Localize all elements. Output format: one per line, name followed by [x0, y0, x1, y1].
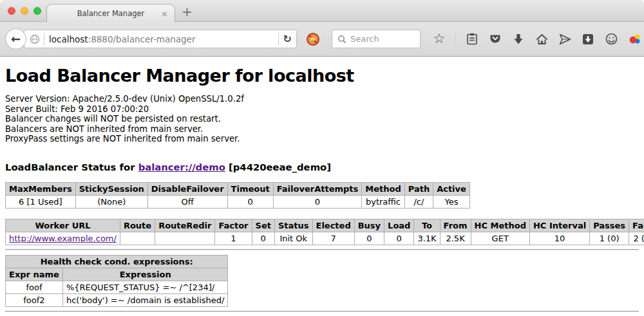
browser-window: Balancer Manager × + ← localhost:8880/ba…	[0, 0, 644, 316]
cell-failoverattempts: 0	[273, 195, 362, 208]
col-stickysession: StickySession	[75, 182, 147, 195]
minimize-window-button[interactable]	[21, 7, 28, 15]
health-check-table: Health check cond. expressions: Expr nam…	[5, 255, 228, 307]
cell-timeout: 0	[227, 195, 273, 208]
cell-fails: 2 (0)	[629, 232, 644, 245]
cell-load: 0	[384, 232, 414, 245]
toolbar-icons: ☆	[432, 32, 644, 46]
cell-hc-interval: 10	[529, 232, 589, 245]
worker-url-link[interactable]: http://www.example.com/	[9, 234, 117, 243]
table-row: 6 [1 Used] (None) Off 0 0 bytraffic /c/ …	[6, 195, 470, 208]
cell-worker-url: http://www.example.com/	[6, 232, 120, 245]
url-host: localhost	[49, 34, 88, 44]
back-button[interactable]: ←	[5, 28, 26, 50]
cell-expression: %{REQUEST_STATUS} =~ /^[234]/	[62, 281, 228, 293]
cell-factor: 1	[215, 232, 252, 245]
server-built-line: Server Built: Feb 9 2016 07:00:20	[5, 104, 639, 115]
col-routeredir: RouteRedir	[155, 219, 215, 232]
navigation-toolbar: ← localhost:8880/balancer-manager ↻	[0, 22, 644, 57]
cell-expr-name: foof2	[6, 293, 63, 306]
bookmarks-clipboard-icon[interactable]	[465, 32, 479, 46]
status-prefix: LoadBalancer Status for	[5, 162, 138, 172]
urlbar-divider	[44, 33, 44, 46]
search-bar[interactable]	[332, 30, 421, 48]
col-timeout: Timeout	[227, 182, 273, 195]
new-tab-button[interactable]: +	[182, 4, 193, 19]
send-plane-icon[interactable]	[558, 32, 572, 46]
col-elected: Elected	[312, 219, 354, 232]
download-box-icon[interactable]	[581, 32, 595, 46]
back-icon: ←	[11, 32, 21, 46]
col-active: Active	[433, 182, 470, 195]
col-worker-url: Worker URL	[6, 219, 120, 232]
smiley-feedback-icon[interactable]	[604, 32, 618, 46]
table-header-row: Worker URL Route RouteRedir Factor Set S…	[6, 219, 644, 232]
cell-hc-method: GET	[471, 232, 529, 245]
titlebar: Balancer Manager × +	[0, 0, 644, 22]
cell-to: 3.1K	[414, 232, 440, 245]
search-icon	[337, 34, 346, 44]
col-hc-method: HC Method	[471, 219, 529, 232]
cell-stickysession: (None)	[75, 195, 147, 208]
col-from: From	[440, 219, 471, 232]
bookmark-star-icon[interactable]: ☆	[432, 32, 446, 46]
cell-routeredir	[155, 232, 215, 245]
col-failoverattempts: FailoverAttempts	[273, 182, 362, 195]
col-status: Status	[274, 219, 312, 232]
toolbar-divider	[455, 33, 456, 46]
col-method: Method	[362, 182, 404, 195]
colored-dots-extension-icon[interactable]	[627, 32, 641, 46]
proxypass-warning-line: ProxyPass settings are NOT inherited fro…	[5, 134, 639, 144]
table-title-row: Health check cond. expressions:	[6, 255, 228, 268]
col-set: Set	[252, 219, 274, 232]
cell-busy: 0	[354, 232, 384, 245]
col-fails: Fails	[629, 219, 644, 232]
zoom-window-button[interactable]	[33, 7, 41, 15]
cell-set: 0	[252, 232, 274, 245]
col-maxmembers: MaxMembers	[6, 182, 76, 195]
tab-close-icon[interactable]: ×	[161, 9, 168, 19]
tab-balancer-manager[interactable]: Balancer Manager ×	[46, 4, 175, 23]
home-icon[interactable]	[535, 32, 549, 46]
col-busy: Busy	[354, 219, 384, 232]
cell-status: Init Ok	[274, 232, 312, 245]
url-bar[interactable]: localhost:8880/balancer-manager ↻	[24, 30, 297, 48]
col-expr-name: Expr name	[6, 268, 63, 281]
cell-expression: hc('body') =~ /domain is established/	[62, 293, 228, 306]
section-divider	[5, 249, 639, 250]
tab-title: Balancer Manager	[77, 9, 145, 18]
balancer-demo-link[interactable]: balancer://demo	[138, 162, 225, 172]
bottom-divider	[5, 311, 639, 312]
col-load: Load	[384, 219, 414, 232]
server-version-line: Server Version: Apache/2.5.0-dev (Unix) …	[5, 94, 639, 104]
pocket-icon[interactable]	[488, 32, 502, 46]
page-content: Load Balancer Manager for localhost Serv…	[0, 57, 644, 316]
balancer-status-heading: LoadBalancer Status for balancer://demo …	[5, 162, 639, 172]
globe-icon	[29, 33, 40, 44]
reload-icon[interactable]: ↻	[283, 33, 292, 45]
close-window-button[interactable]	[8, 7, 15, 15]
worker-table: Worker URL Route RouteRedir Factor Set S…	[5, 219, 644, 245]
cell-maxmembers: 6 [1 Used]	[6, 195, 76, 208]
balancer-params-table: MaxMembers StickySession DisableFailover…	[5, 182, 470, 209]
table-row: foof2 hc('body') =~ /domain is establish…	[6, 293, 228, 306]
cell-from: 2.5K	[440, 232, 471, 245]
col-route: Route	[120, 219, 155, 232]
col-to: To	[414, 219, 440, 232]
server-info: Server Version: Apache/2.5.0-dev (Unix) …	[5, 94, 639, 144]
col-passes: Passes	[590, 219, 629, 232]
cell-path: /c/	[404, 195, 433, 208]
col-path: Path	[404, 182, 433, 195]
urlbar-divider-right	[278, 33, 279, 46]
plugin-blocked-icon[interactable]	[306, 32, 320, 46]
col-disablefailover: DisableFailover	[147, 182, 227, 195]
col-hc-interval: HC Interval	[529, 219, 589, 232]
downloads-icon[interactable]	[511, 32, 526, 46]
cell-method: bytraffic	[362, 195, 404, 208]
cell-active: Yes	[433, 195, 470, 208]
search-input[interactable]	[350, 34, 412, 44]
traffic-lights	[8, 7, 41, 15]
url-text: localhost:8880/balancer-manager	[49, 34, 195, 44]
cell-route	[120, 232, 155, 245]
persist-warning-line: Balancer changes will NOT be persisted o…	[5, 114, 639, 124]
